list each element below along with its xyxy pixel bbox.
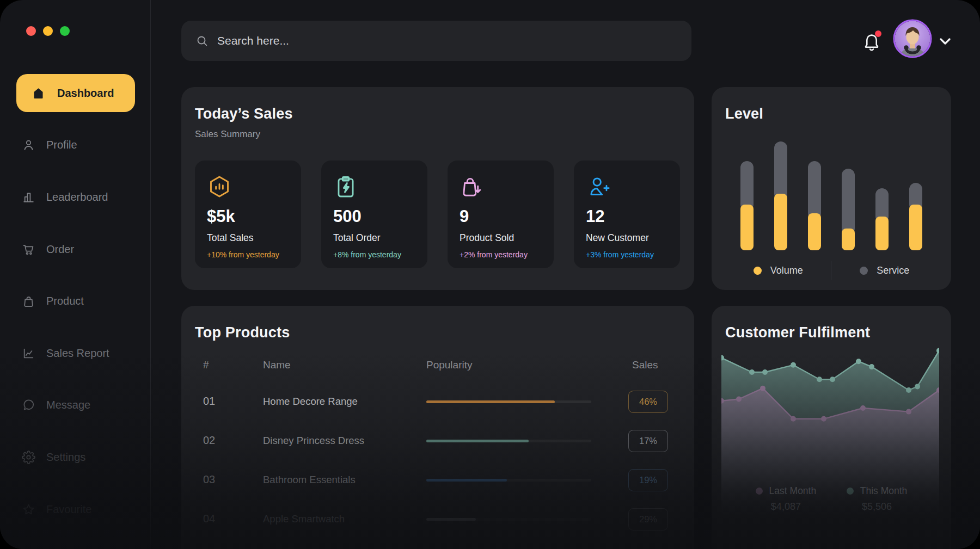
today-sales-card: Today’s Sales Sales Summary $5kTotal Sal… — [181, 87, 694, 290]
data-point-last-month — [760, 386, 765, 391]
notification-dot — [875, 30, 881, 37]
sidebar-item-dashboard[interactable]: Dashboard — [16, 74, 135, 112]
window-control-minimize[interactable] — [43, 26, 53, 36]
stat-card-total-order: 500Total Order+8% from yesterday — [321, 161, 427, 268]
window-controls — [26, 26, 70, 36]
notification-button[interactable] — [861, 30, 883, 53]
popularity-bar-fill — [426, 518, 476, 521]
stat-label: Product Sold — [460, 232, 542, 244]
level-legend: VolumeService — [725, 261, 938, 280]
data-point-last-month — [860, 405, 866, 411]
popularity-bar — [426, 518, 591, 521]
sales-badge: 29% — [628, 508, 668, 531]
legend-label: This Month — [860, 485, 908, 497]
sidebar-item-label: Favourite — [46, 503, 91, 516]
legend-label: Volume — [770, 265, 803, 276]
sidebar-item-label: Settings — [46, 451, 85, 464]
stat-value: 12 — [586, 207, 668, 226]
sidebar-item-label: Leaderboard — [46, 191, 108, 203]
sidebar-item-favourite[interactable]: Favourite — [22, 499, 91, 519]
level-bar-1 — [740, 161, 754, 250]
sidebar-item-order[interactable]: Order — [22, 239, 74, 259]
sidebar-item-settings[interactable]: Settings — [22, 447, 85, 467]
sales-badge: 19% — [628, 469, 668, 491]
data-point-this-month — [936, 348, 939, 353]
stat-delta: +8% from yesterday — [333, 250, 415, 259]
service-segment — [774, 141, 787, 200]
app-window: DashboardProfileLeaderboardOrderProductS… — [0, 0, 980, 549]
search-bar[interactable] — [181, 21, 691, 61]
top-products-title: Top Products — [195, 324, 681, 341]
stat-delta: +2% from yesterday — [460, 250, 542, 259]
volume-segment — [740, 205, 754, 250]
product-row-03: 03Bathroom Essentials19% — [181, 460, 694, 499]
chart-bars-icon — [22, 190, 35, 204]
avatar-image — [893, 19, 932, 58]
stat-value: $5k — [207, 207, 289, 226]
stat-card-new-customer: 12New Customer+3% from yesterday — [574, 161, 680, 268]
stat-value: 500 — [333, 207, 415, 226]
level-title: Level — [725, 106, 938, 122]
sidebar-item-product[interactable]: Product — [22, 291, 84, 311]
data-point-this-month — [749, 369, 755, 375]
header-sales: Sales — [632, 359, 658, 371]
legend-label: Last Month — [769, 485, 817, 497]
product-row-01: 01Home Decore Range46% — [181, 382, 694, 421]
window-control-close[interactable] — [26, 26, 36, 36]
clipboard-bolt-icon — [333, 174, 358, 199]
chevron-down-icon — [936, 33, 954, 50]
window-control-zoom[interactable] — [60, 26, 70, 36]
legend-value: $5,506 — [862, 501, 892, 513]
popularity-bar-fill — [426, 479, 507, 482]
sidebar: DashboardProfileLeaderboardOrderProductS… — [0, 0, 151, 549]
avatar[interactable] — [893, 19, 932, 58]
sidebar-item-label: Product — [46, 295, 84, 307]
sidebar-item-leaderboard[interactable]: Leaderboard — [22, 187, 108, 207]
header-popularity: Popularity — [426, 359, 473, 371]
product-rank: 02 — [203, 434, 215, 447]
legend-item-service: Service — [860, 265, 909, 276]
product-row-04: 04Apple Smartwatch29% — [181, 499, 694, 539]
sales-stats: $5kTotal Sales+10% from yesterday500Tota… — [195, 161, 680, 268]
stat-label: Total Sales — [207, 232, 289, 244]
data-point-this-month — [915, 384, 920, 389]
profile-menu-button[interactable] — [936, 33, 954, 50]
sales-badge: 17% — [628, 430, 668, 452]
legend-dot — [860, 267, 868, 275]
table-body: 01Home Decore Range46%02Disney Princess … — [181, 382, 694, 539]
service-segment — [740, 161, 754, 211]
sidebar-item-sales-report[interactable]: Sales Report — [22, 343, 109, 363]
level-bar-6 — [909, 183, 922, 250]
data-point-last-month — [821, 416, 826, 422]
level-bar-4 — [842, 169, 855, 250]
sidebar-item-profile[interactable]: Profile — [22, 135, 77, 155]
sidebar-item-label: Sales Report — [46, 347, 109, 360]
line-chart-icon — [22, 347, 35, 360]
star-icon — [22, 503, 35, 516]
volume-segment — [842, 229, 855, 250]
product-rank: 03 — [203, 473, 215, 486]
legend-dot — [847, 488, 854, 495]
hexagon-chart-icon — [207, 174, 232, 199]
product-name: Home Decore Range — [263, 396, 358, 408]
legend-value: $4,087 — [771, 501, 801, 513]
stat-delta: +10% from yesterday — [207, 250, 289, 259]
level-bar-5 — [875, 188, 889, 250]
sidebar-item-label: Message — [46, 399, 90, 411]
data-point-this-month — [856, 359, 861, 364]
stat-label: Total Order — [333, 232, 415, 244]
sidebar-item-message[interactable]: Message — [22, 395, 90, 415]
data-point-this-month — [830, 377, 835, 382]
data-point-last-month — [791, 416, 796, 422]
stat-value: 9 — [460, 207, 542, 226]
search-input[interactable] — [217, 34, 677, 47]
legend-divider — [831, 261, 831, 280]
sidebar-item-label: Order — [46, 243, 74, 256]
volume-segment — [774, 194, 787, 250]
header-name: Name — [263, 359, 291, 371]
chat-icon — [22, 398, 35, 412]
fulfilment-legend-this-month: This Month$5,506 — [847, 485, 908, 513]
volume-segment — [875, 217, 889, 250]
service-segment — [842, 169, 855, 235]
user-plus-icon — [586, 174, 611, 199]
